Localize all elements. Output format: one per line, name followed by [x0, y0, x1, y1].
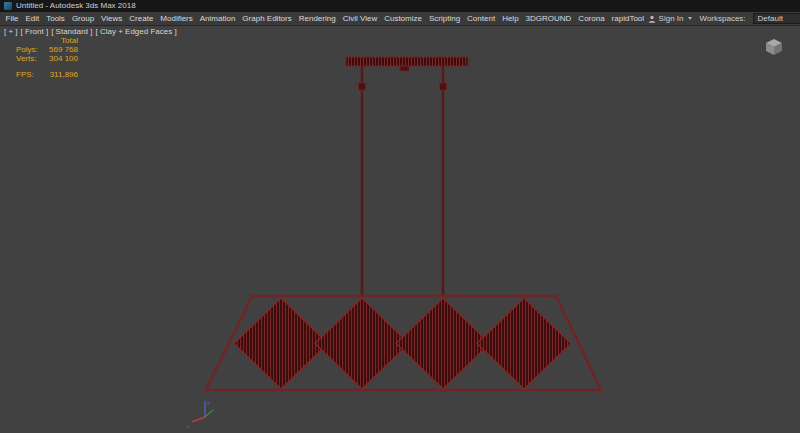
viewport-menu-renderer[interactable]: [ Standard ]: [51, 27, 92, 36]
stats-fps-value: 311,896: [42, 70, 78, 79]
menu-item-scripting[interactable]: Scripting: [425, 12, 463, 25]
menu-item-rapidtool[interactable]: rapidTool: [608, 12, 647, 25]
menu-item-graph-editors[interactable]: Graph Editors: [239, 12, 295, 25]
viewport-label: [ + ] [ Front ] [ Standard ] [ Clay + Ed…: [4, 27, 177, 36]
viewport-menu-shading[interactable]: [ Clay + Edged Faces ]: [95, 27, 176, 36]
menu-item-file[interactable]: File: [2, 12, 22, 25]
menu-item-corona[interactable]: Corona: [575, 12, 608, 25]
3dsmax-logo-icon: [4, 2, 12, 10]
menu-item-content[interactable]: Content: [464, 12, 499, 25]
workspace-dropdown[interactable]: Default: [753, 13, 800, 24]
workspace-selected-value: Default: [758, 14, 783, 23]
3dsmax-window: Untitled - Autodesk 3ds Max 2018 File Ed…: [0, 0, 800, 433]
menubar-right-controls: Sign In Workspaces: Default: [648, 13, 800, 24]
menubar: File Edit Tools Group Views Create Modif…: [0, 12, 800, 26]
stats-polys-label: Polys:: [16, 45, 42, 54]
statistics-overlay: Total Polys: 569 768 Verts: 304 100 FPS:…: [16, 36, 78, 79]
viewport-canvas[interactable]: z x: [0, 26, 800, 433]
menu-item-edit[interactable]: Edit: [22, 12, 43, 25]
stats-verts-value: 304 100: [42, 54, 78, 63]
axis-z-label: z: [207, 400, 210, 406]
stats-fps-label: FPS:: [16, 70, 42, 79]
titlebar: Untitled - Autodesk 3ds Max 2018: [0, 0, 800, 12]
caret-down-icon: [688, 17, 692, 20]
user-icon: [648, 15, 656, 23]
world-axis-gizmo: z x: [186, 400, 213, 429]
menu-item-group[interactable]: Group: [68, 12, 97, 25]
menu-item-civil-view[interactable]: Civil View: [339, 12, 381, 25]
viewport-menu-general[interactable]: [ + ]: [4, 27, 18, 36]
chandelier-model[interactable]: [206, 57, 601, 390]
viewport-front[interactable]: z x [ + ] [ Front ] [ Standard ] [ Clay …: [0, 26, 800, 433]
window-title: Untitled - Autodesk 3ds Max 2018: [16, 0, 136, 12]
menu-item-animation[interactable]: Animation: [196, 12, 239, 25]
stats-polys-value: 569 768: [42, 45, 78, 54]
menu-item-help[interactable]: Help: [499, 12, 522, 25]
stats-total-header: Total: [42, 36, 78, 45]
menu-item-views[interactable]: Views: [98, 12, 126, 25]
viewport-menu-pov[interactable]: [ Front ]: [21, 27, 49, 36]
menu-item-3dground[interactable]: 3DGROUND: [522, 12, 575, 25]
menu-item-tools[interactable]: Tools: [43, 12, 69, 25]
axis-x-label: x: [186, 423, 189, 429]
viewcube-icon[interactable]: [766, 39, 782, 55]
menu-item-rendering[interactable]: Rendering: [295, 12, 339, 25]
workspaces-label: Workspaces:: [699, 14, 745, 23]
sign-in-label: Sign In: [659, 14, 684, 23]
menu-item-modifiers[interactable]: Modifiers: [157, 12, 196, 25]
menu-item-create[interactable]: Create: [126, 12, 157, 25]
sign-in-button[interactable]: Sign In: [648, 14, 693, 23]
stats-verts-label: Verts:: [16, 54, 42, 63]
menu-item-customize[interactable]: Customize: [381, 12, 426, 25]
